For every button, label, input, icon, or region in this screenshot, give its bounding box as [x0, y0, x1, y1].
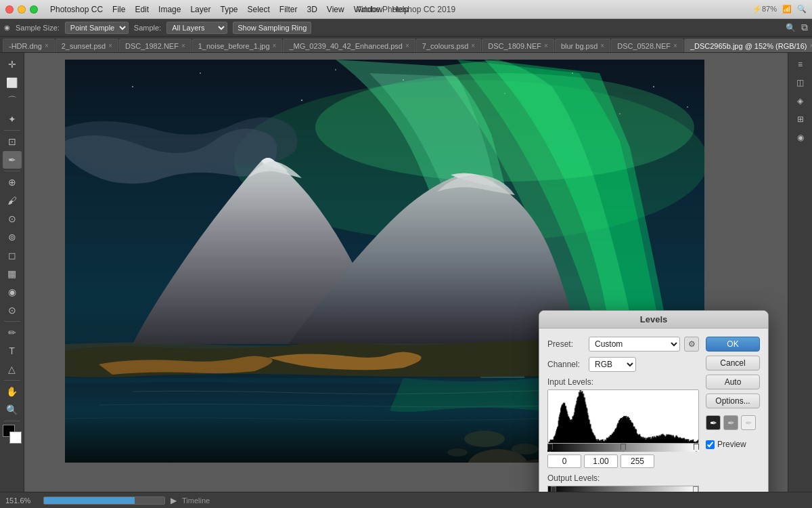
- levels-dialog: Levels Preset: Custom Default Increase C…: [539, 310, 769, 492]
- panel-icon-4[interactable]: ⊞: [791, 110, 810, 128]
- toolbar-divider: [4, 171, 20, 171]
- marquee-tool[interactable]: ⬜: [3, 74, 22, 91]
- dodge-tool[interactable]: ⊙: [3, 301, 22, 319]
- cancel-button[interactable]: Cancel: [706, 356, 760, 371]
- hand-tool[interactable]: ✋: [3, 383, 22, 400]
- tab-close-icon[interactable]: ×: [673, 42, 677, 49]
- gray-eyedropper-button[interactable]: ✒: [723, 415, 738, 430]
- tool-mode-icon: ◉: [4, 24, 10, 31]
- menu-photoshop[interactable]: Photoshop CC: [46, 2, 107, 17]
- panel-icon-3[interactable]: ◈: [791, 92, 810, 110]
- panel-icon-1[interactable]: ≡: [791, 56, 810, 73]
- dialog-action-buttons: OK Cancel Auto Options... ✒ ✒ ✒ Preview: [706, 337, 760, 492]
- tab-noise[interactable]: 1_noise_before_1.jpg ×: [192, 39, 283, 52]
- arrange-icon[interactable]: ⧉: [801, 22, 808, 33]
- fullscreen-button[interactable]: [30, 5, 38, 14]
- text-tool[interactable]: T: [3, 342, 22, 360]
- zoom-tool[interactable]: 🔍: [3, 401, 22, 419]
- magic-wand-tool[interactable]: ✦: [3, 110, 22, 128]
- channel-label: Channel:: [547, 360, 585, 369]
- tab-dsc1809[interactable]: DSC_1809.NEF ×: [482, 39, 554, 52]
- pen-tool[interactable]: ✏: [3, 324, 22, 341]
- channel-select[interactable]: RGB Red Green Blue: [589, 357, 636, 372]
- sample-size-select[interactable]: Point Sample: [65, 22, 129, 34]
- menu-image[interactable]: Image: [154, 2, 185, 17]
- black-input-field[interactable]: [547, 454, 581, 468]
- tab-label: blur bg.psd: [561, 42, 597, 50]
- background-color[interactable]: [9, 431, 22, 444]
- sample-layers-select[interactable]: All Layers: [166, 22, 227, 34]
- search-icon-options[interactable]: 🔍: [786, 23, 796, 33]
- tab-close-icon[interactable]: ×: [273, 42, 277, 49]
- menu-3d[interactable]: 3D: [303, 2, 321, 17]
- progress-arrow[interactable]: ▶: [171, 496, 177, 505]
- tab-close-icon[interactable]: ×: [471, 42, 475, 49]
- show-sampling-ring-button[interactable]: Show Sampling Ring: [233, 22, 311, 34]
- white-point-slider[interactable]: [694, 444, 699, 452]
- svg-point-1: [132, 86, 133, 87]
- tab-close-icon[interactable]: ×: [405, 42, 409, 49]
- close-button[interactable]: [5, 5, 14, 14]
- tab-blurbg[interactable]: blur bg.psd ×: [555, 39, 610, 52]
- tab-dsc2965-active[interactable]: _DSC2965b.jpg @ 152% (RGB/16) ×: [684, 39, 812, 52]
- auto-button[interactable]: Auto: [706, 375, 760, 389]
- menu-file[interactable]: File: [108, 2, 129, 17]
- midpoint-input-field[interactable]: [584, 454, 618, 468]
- tab-close-icon[interactable]: ×: [544, 42, 548, 49]
- tab-mg0239[interactable]: _MG_0239_40_42_Enhanced.psd ×: [283, 39, 415, 52]
- menu-filter[interactable]: Filter: [275, 2, 302, 17]
- move-tool[interactable]: ✛: [3, 56, 22, 73]
- search-icon[interactable]: 🔍: [797, 5, 807, 14]
- menu-view[interactable]: View: [323, 2, 348, 17]
- tab-dsc0528[interactable]: DSC_0528.NEF ×: [611, 39, 683, 52]
- output-white-slider[interactable]: [693, 486, 698, 492]
- lasso-tool[interactable]: ⌒: [3, 92, 22, 110]
- sample-size-label: Sample Size:: [16, 24, 60, 32]
- menu-edit[interactable]: Edit: [131, 2, 153, 17]
- white-input-field[interactable]: [621, 454, 654, 468]
- main-area: ✛ ⬜ ⌒ ✦ ⊡ ✒ ⊕ 🖌 ⊙ ⊚ ◻ ▦ ◉ ⊙ ✏ T △ ✋ 🔍: [0, 53, 812, 492]
- black-point-slider[interactable]: [547, 444, 553, 452]
- history-brush-tool[interactable]: ⊚: [3, 228, 22, 246]
- tab-close-icon[interactable]: ×: [810, 42, 813, 49]
- minimize-button[interactable]: [18, 5, 26, 14]
- white-eyedropper-button[interactable]: ✒: [741, 415, 756, 430]
- shape-tool[interactable]: △: [3, 360, 22, 378]
- tab-colours[interactable]: 7_colours.psd ×: [416, 39, 481, 52]
- blur-tool[interactable]: ◉: [3, 283, 22, 301]
- gradient-tool[interactable]: ▦: [3, 265, 22, 282]
- midpoint-slider[interactable]: [621, 444, 626, 452]
- menu-type[interactable]: Type: [216, 2, 242, 17]
- tab-dsc1982[interactable]: DSC_1982.NEF ×: [119, 39, 191, 52]
- panel-icon-5[interactable]: ◉: [791, 129, 810, 146]
- tab-close-icon[interactable]: ×: [108, 42, 112, 49]
- ok-button[interactable]: OK: [706, 337, 760, 352]
- options-bar: ◉ Sample Size: Point Sample Sample: All …: [0, 19, 812, 37]
- histogram-slider-track: [547, 444, 699, 452]
- brush-tool[interactable]: 🖌: [3, 192, 22, 209]
- settings-icon-button[interactable]: ⚙: [684, 337, 699, 352]
- eraser-tool[interactable]: ◻: [3, 247, 22, 264]
- preset-select[interactable]: Custom Default Increase Contrast: [589, 337, 680, 352]
- options-button[interactable]: Options...: [706, 394, 760, 408]
- tab-sunset[interactable]: 2_sunset.psd ×: [55, 39, 118, 52]
- black-eyedropper-button[interactable]: ✒: [706, 415, 721, 430]
- clone-stamp-tool[interactable]: ⊙: [3, 210, 22, 228]
- menu-layer[interactable]: Layer: [186, 2, 215, 17]
- eyedropper-tool[interactable]: ✒: [3, 151, 22, 169]
- output-black-slider[interactable]: [551, 486, 556, 492]
- color-swatches[interactable]: [3, 425, 22, 444]
- dialog-body: Preset: Custom Default Increase Contrast…: [539, 329, 768, 492]
- tab-close-icon[interactable]: ×: [181, 42, 185, 49]
- tab-hdr[interactable]: -HDR.dng ×: [3, 39, 55, 52]
- crop-tool[interactable]: ⊡: [3, 133, 22, 150]
- panel-icon-2[interactable]: ◫: [791, 74, 810, 91]
- tab-close-icon[interactable]: ×: [600, 42, 604, 49]
- canvas-area: Levels Preset: Custom Default Increase C…: [24, 53, 788, 492]
- menu-select[interactable]: Select: [243, 2, 273, 17]
- tab-label: 2_sunset.psd: [62, 42, 106, 50]
- svg-point-12: [315, 73, 694, 182]
- healing-brush-tool[interactable]: ⊕: [3, 173, 22, 191]
- preview-checkbox[interactable]: [706, 440, 715, 449]
- tab-close-icon[interactable]: ×: [45, 42, 49, 49]
